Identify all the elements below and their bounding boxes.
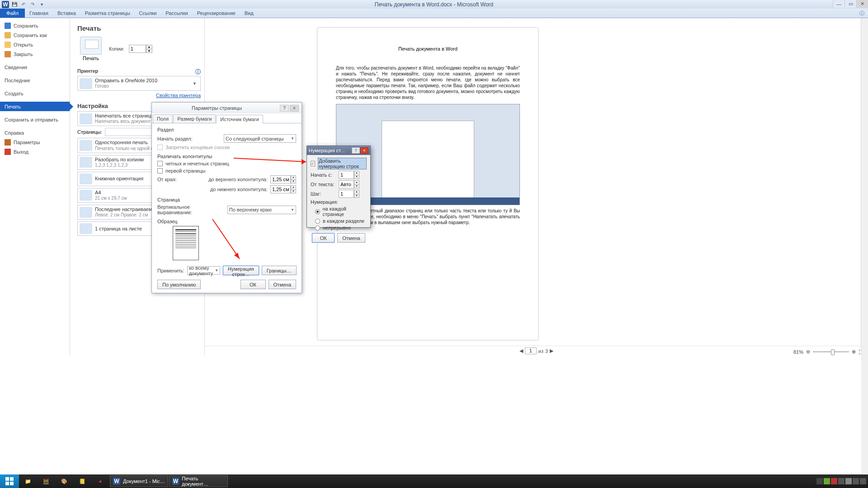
taskbar-task-2[interactable]: WПечать документ… [169, 475, 228, 487]
taskbar-paint-icon[interactable]: 🎨 [55, 474, 73, 488]
minimize-button[interactable]: — [833, 0, 844, 8]
qat-save-icon[interactable]: 💾 [11, 1, 18, 8]
print-button[interactable]: Печать [77, 37, 104, 61]
window-title: Печать документа в Word.docx - Microsoft… [375, 1, 493, 8]
next-page[interactable]: ▶ [550, 348, 553, 354]
bot-header-spinner[interactable]: ▲▼ [270, 185, 296, 193]
apply-select[interactable]: ко всему документу▼ [187, 266, 220, 275]
tab-file[interactable]: Файл [0, 9, 25, 18]
tab-review[interactable]: Рецензирование [193, 9, 240, 18]
page-input[interactable] [525, 347, 537, 354]
valign-select[interactable]: По верхнему краю▼ [227, 206, 296, 214]
tab-home[interactable]: Главная [25, 9, 53, 18]
edge-label: От края: [157, 177, 189, 182]
valign-label: Вертикальное выравнивание: [157, 204, 223, 215]
top-header-spinner[interactable]: ▲▼ [270, 175, 296, 183]
taskbar-opera-icon[interactable]: ● [91, 474, 109, 488]
printer-combo[interactable]: Отправить в OneNote 2010Готово ▼ [77, 76, 201, 91]
copies-spinner[interactable]: ▲▼ [129, 45, 152, 53]
suppress-endnotes-label: Запретить концевые сноски [165, 145, 230, 150]
oddeven-checkbox[interactable] [157, 161, 163, 166]
printer-properties-link[interactable]: Свойства принтера [77, 93, 201, 98]
radio-eachsection[interactable] [315, 219, 320, 224]
nav-options[interactable]: Параметры [0, 137, 70, 147]
line-numbering-button[interactable]: Нумерация строк… [223, 266, 259, 275]
borders-button[interactable]: Границы… [262, 266, 297, 275]
svg-rect-6 [5, 482, 9, 485]
dialog-close-button[interactable]: × [290, 105, 299, 112]
start-section-select[interactable]: Со следующей страницы▼ [224, 134, 296, 143]
dialog2-help-button[interactable]: ? [352, 147, 360, 154]
dlg2-cancel-button[interactable]: Отмена [337, 233, 365, 243]
copies-down[interactable]: ▼ [146, 49, 152, 53]
close-button[interactable]: ✕ [856, 0, 868, 8]
zoom-out[interactable]: ⊖ [806, 349, 810, 355]
nav-recent[interactable]: Последние [0, 75, 70, 85]
section-group-label: Раздел [157, 127, 296, 132]
qat-customize-icon[interactable]: ▾ [38, 1, 45, 8]
tab-papersource[interactable]: Источник бумаги [216, 115, 263, 123]
firstpage-label: первой страницы [165, 168, 205, 174]
nav-open[interactable]: Открыть [0, 40, 70, 49]
step-spinner[interactable]: ▲▼ [339, 190, 359, 198]
ribbon-help-icon[interactable]: ⓘ [859, 9, 868, 18]
sample-label: Образец [157, 219, 296, 224]
fromtext-spinner[interactable]: ▲▼ [339, 180, 359, 188]
taskbar-task-1[interactable]: WДокумент1 - Mic… [110, 475, 168, 487]
word-icon: W [2, 1, 9, 8]
dialog2-close-button[interactable]: × [360, 147, 368, 154]
zoom-control: 81% ⊖ ⊕ ⛶ [793, 349, 863, 355]
nav-save[interactable]: Сохранить [0, 21, 70, 30]
tab-papersize[interactable]: Размер бумаги [173, 114, 216, 123]
nav-info[interactable]: Сведения [0, 62, 70, 72]
chevron-down-icon: ▼ [191, 81, 198, 86]
dialog-help-button[interactable]: ? [280, 105, 289, 112]
copies-up[interactable]: ▲ [146, 45, 152, 49]
prev-page[interactable]: ◀ [519, 348, 523, 354]
startat-spinner[interactable]: ▲▼ [339, 171, 359, 179]
tab-mailings[interactable]: Рассылки [161, 9, 192, 18]
system-tray[interactable] [816, 478, 868, 484]
zoom-in[interactable]: ⊕ [852, 349, 856, 355]
taskbar-notes-icon[interactable]: 📒 [73, 474, 91, 488]
radio-continuous[interactable] [315, 225, 320, 230]
nav-exit[interactable]: Выход [0, 147, 70, 156]
add-linenums-checkbox[interactable] [311, 161, 315, 166]
printer-info-icon[interactable]: ⓘ [195, 68, 201, 76]
firstpage-checkbox[interactable] [157, 168, 163, 174]
tab-references[interactable]: Ссылки [135, 9, 161, 18]
tab-margins[interactable]: Поля [153, 114, 173, 123]
dlg2-ok-button[interactable]: ОК [312, 233, 335, 243]
line-numbering-dialog: Нумерация ст… ? × Добавить нумерацию стр… [307, 145, 371, 228]
nav-help[interactable]: Справка [0, 128, 70, 137]
nav-saveas[interactable]: Сохранить как [0, 30, 70, 40]
tab-view[interactable]: Вид [240, 9, 258, 18]
ok-button[interactable]: ОК [241, 280, 266, 289]
nav-close[interactable]: Закрыть [0, 49, 70, 59]
tab-insert[interactable]: Вставка [53, 9, 80, 18]
nav-share[interactable]: Сохранить и отправить [0, 115, 70, 124]
preview-nav: ◀ из 3 ▶ [205, 346, 868, 356]
qat-redo-icon[interactable]: ↷ [29, 1, 36, 8]
zoom-value: 81% [793, 349, 803, 355]
qat-undo-icon[interactable]: ↶ [20, 1, 27, 8]
cancel-button[interactable]: Отмена [269, 280, 296, 289]
page-group-label: Страница [157, 197, 296, 202]
nav-print[interactable]: Печать [0, 102, 70, 111]
maximize-button[interactable]: ▭ [844, 0, 856, 8]
tab-layout[interactable]: Разметка страницы [80, 9, 135, 18]
taskbar-explorer-icon[interactable]: 📁 [19, 474, 37, 488]
scrollbar[interactable] [861, 18, 868, 479]
copies-label: Копии: [109, 46, 124, 52]
radio-eachpage[interactable] [315, 209, 320, 214]
taskbar-store-icon[interactable]: 🧮 [37, 474, 55, 488]
taskbar: 📁 🧮 🎨 📒 ● WДокумент1 - Mic… WПечать доку… [0, 474, 868, 488]
startat-label: Начать с: [311, 172, 336, 178]
nav-new[interactable]: Создать [0, 89, 70, 98]
start-section-label: Начать раздел: [157, 136, 193, 141]
default-button[interactable]: По умолчанию [157, 280, 201, 289]
svg-rect-7 [10, 482, 14, 485]
start-button[interactable] [0, 474, 19, 488]
copies-input[interactable] [129, 45, 146, 53]
zoom-slider[interactable] [813, 351, 849, 352]
